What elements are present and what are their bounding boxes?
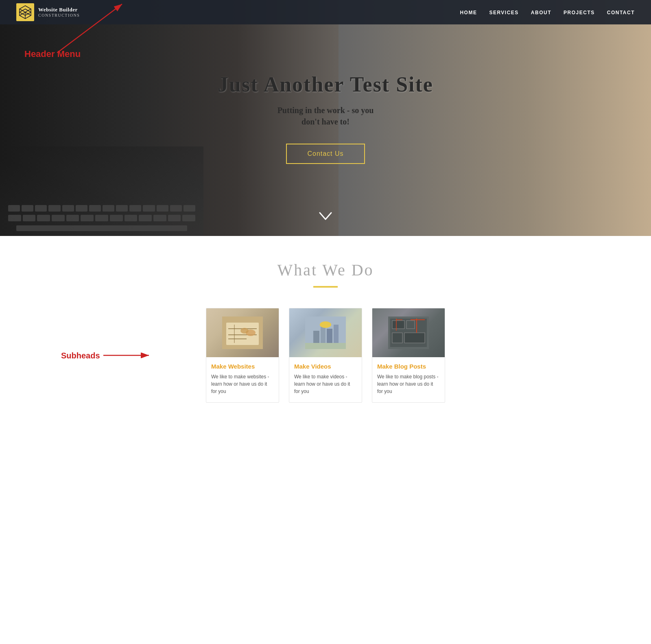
svg-point-18: [240, 328, 249, 334]
svg-rect-21: [321, 327, 326, 345]
svg-rect-32: [404, 333, 425, 343]
hero-content: Just Another Test Site Putting in the wo…: [218, 72, 433, 164]
svg-rect-30: [406, 321, 415, 329]
services-divider: [313, 286, 338, 288]
annotation-subheads: Subheads: [61, 351, 152, 360]
services-grid: Make Websites We like to make websites -…: [142, 308, 509, 403]
svg-rect-31: [392, 333, 402, 343]
service-card-body-blog: Make Blog Posts We like to make blog pos…: [372, 357, 445, 402]
svg-rect-23: [334, 325, 339, 345]
services-grid-container: Subheads: [142, 308, 509, 403]
annotation-subheads-text: Subheads: [61, 351, 100, 360]
hero-title: Just Another Test Site: [218, 72, 433, 96]
service-card-title-blog: Make Blog Posts: [377, 363, 440, 370]
service-card-videos[interactable]: Make Videos We like to make videos - lea…: [289, 308, 362, 403]
service-card-blog[interactable]: Make Blog Posts We like to make blog pos…: [372, 308, 445, 403]
nav-menu: HOME SERVICES ABOUT PROJECTS CONTACT: [460, 9, 635, 16]
hero-section: Just Another Test Site Putting in the wo…: [0, 0, 651, 236]
logo-text: Website Builder CONSTRUCTIONS: [38, 7, 80, 18]
nav-item-contact[interactable]: CONTACT: [607, 9, 635, 16]
subheads-arrow: [103, 353, 152, 358]
logo-subtitle: CONSTRUCTIONS: [38, 13, 80, 18]
svg-rect-26: [305, 343, 346, 349]
hero-background: Just Another Test Site Putting in the wo…: [0, 0, 651, 236]
keyboard-row: [8, 205, 195, 212]
service-card-desc-videos: We like to make videos - learn how or ha…: [294, 373, 357, 395]
svg-rect-29: [392, 321, 404, 329]
contact-us-button[interactable]: Contact Us: [286, 144, 365, 164]
service-card-title-videos: Make Videos: [294, 363, 357, 370]
logo-area[interactable]: Website Builder CONSTRUCTIONS: [16, 3, 80, 21]
svg-rect-20: [313, 331, 319, 345]
nav-item-about[interactable]: ABOUT: [531, 9, 551, 16]
service-card-img-videos: [289, 308, 362, 357]
services-section: What We Do Subheads: [0, 236, 651, 435]
services-title: What We Do: [8, 260, 643, 279]
service-card-title-websites: Make Websites: [211, 363, 274, 370]
service-card-desc-websites: We like to make websites - learn how or …: [211, 373, 274, 395]
hero-subtitle: Putting in the work - so you don't have …: [218, 105, 433, 127]
keyboard-row2: [8, 215, 195, 221]
service-card-websites[interactable]: Make Websites We like to make websites -…: [206, 308, 279, 403]
scroll-chevron[interactable]: [318, 211, 333, 224]
svg-rect-25: [320, 324, 331, 326]
service-card-img-websites: [206, 308, 279, 357]
service-card-body-videos: Make Videos We like to make videos - lea…: [289, 357, 362, 402]
logo-icon: [16, 3, 34, 21]
service-card-img-blog: [372, 308, 445, 357]
spacebar: [16, 225, 187, 231]
service-card-body-websites: Make Websites We like to make websites -…: [206, 357, 279, 402]
nav-item-services[interactable]: SERVICES: [489, 9, 518, 16]
logo-title: Website Builder: [38, 7, 80, 13]
site-header: Website Builder CONSTRUCTIONS HOME SERVI…: [0, 0, 651, 24]
keyboard-area: [0, 146, 203, 236]
svg-rect-22: [327, 329, 332, 345]
nav-item-projects[interactable]: PROJECTS: [564, 9, 595, 16]
nav-item-home[interactable]: HOME: [460, 9, 477, 16]
service-card-desc-blog: We like to make blog posts - learn how o…: [377, 373, 440, 395]
